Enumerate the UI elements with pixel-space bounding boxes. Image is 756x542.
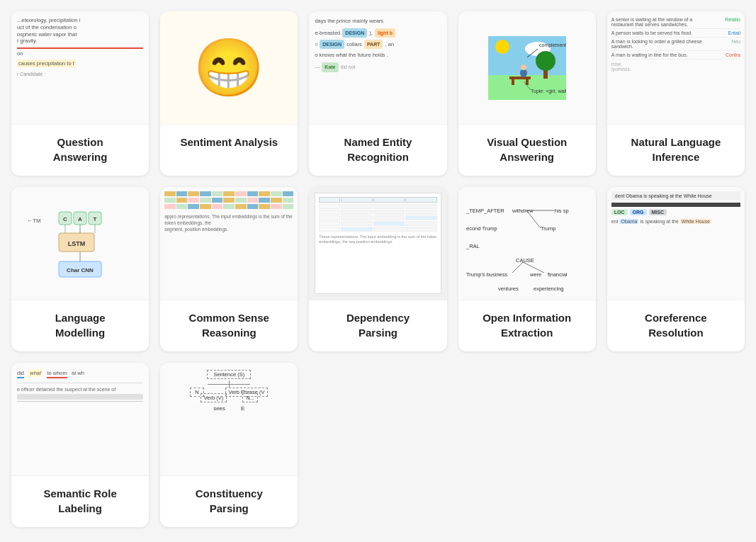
svg-text:Tuple: <girl, walking, bike>: Tuple: <girl, walking, bike> [531,89,566,94]
card-label-csr: Common SenseReasoning [160,300,298,351]
card-cp[interactable]: Sentence (S) N Verb Phrase (V [160,363,298,527]
svg-text:were: were [529,271,541,278]
vqa-scene-svg: complementary scenes Tuple: <girl, walki… [488,36,566,100]
card-lm[interactable]: ←TM LSTM C A T Char CNN [11,187,149,351]
card-image-nli: A senior is waiting at the window of a r… [607,11,745,125]
card-label-cp: ConstituencyParsing [160,476,298,527]
svg-text:Char CNN: Char CNN [67,267,94,273]
svg-text:experiencing: experiencing [534,286,564,292]
svg-line-44 [512,262,523,273]
card-label-oie: Open InformationExtraction [458,300,596,351]
svg-text:Trump's business: Trump's business [466,271,508,278]
lm-diagram-svg: ←TM LSTM C A T Char CNN [23,198,137,290]
card-image-qa: ...eteorology, precipitation iuct of the… [11,11,149,125]
card-label-qa: QuestionAnswering [11,125,149,176]
card-csr[interactable]: appro representations. The input embeddi… [160,187,298,351]
svg-point-5 [536,51,555,71]
svg-text:←TM: ←TM [27,218,41,224]
svg-text:_TEMP_AFTER: _TEMP_AFTER [466,208,504,214]
card-label-nli: Natural LanguageInference [607,125,745,176]
card-image-ner: days the prince mainly wears e-breasted … [309,11,446,125]
card-srl[interactable]: did what to whom at wh e officer detaine… [11,363,149,527]
svg-text:complementary scenes: complementary scenes [539,43,566,48]
svg-text:withdrew: withdrew [512,208,534,214]
card-image-dep: These representations. The input embeddi… [309,187,446,300]
svg-line-43 [526,210,541,228]
card-image-csr: appro representations. The input embeddi… [160,187,298,300]
cards-grid: ...eteorology, precipitation iuct of the… [11,11,745,527]
sentiment-emoji: 😁 [193,40,264,96]
card-label-srl: Semantic RoleLabeling [11,476,149,527]
svg-text:CAUSE: CAUSE [516,257,534,264]
svg-text:C: C [63,216,67,222]
card-image-oie: _TEMP_AFTER withdrew his sp econd Trump … [458,187,596,300]
card-label-lm: LanguageModelling [11,300,149,351]
svg-rect-8 [526,79,529,85]
svg-text:LSTM: LSTM [68,240,86,247]
svg-point-2 [495,40,509,54]
card-sentiment-analysis[interactable]: 😁 Sentiment Analysis [160,11,298,176]
svg-rect-7 [512,79,514,85]
card-image-cp: Sentence (S) N Verb Phrase (V [160,363,298,476]
card-ner[interactable]: days the prince mainly wears e-breasted … [309,11,446,176]
oie-graph-svg: _TEMP_AFTER withdrew his sp econd Trump … [463,191,583,294]
svg-text:A: A [78,216,82,222]
card-label-vqa: Visual QuestionAnswering [458,125,596,176]
svg-text:econd Trump: econd Trump [466,225,497,232]
card-nli[interactable]: A senior is waiting at the window of a r… [607,11,745,176]
svg-text:financial: financial [548,271,568,278]
card-label-coref: CoreferenceResolution [607,300,745,351]
svg-text:_RAL: _RAL [466,243,480,249]
card-label-sentiment: Sentiment Analysis [160,125,298,161]
svg-text:ventures: ventures [498,286,519,292]
card-oie[interactable]: _TEMP_AFTER withdrew his sp econd Trump … [458,187,596,351]
svg-text:Trump: Trump [541,225,555,232]
card-dep[interactable]: These representations. The input embeddi… [309,187,446,351]
card-image-srl: did what to whom at wh e officer detaine… [11,363,149,476]
svg-point-10 [521,64,526,70]
card-image-coref: dent Obama is speaking at the White Hous… [607,187,745,300]
card-label-dep: DependencyParsing [309,300,446,351]
card-image-vqa: complementary scenes Tuple: <girl, walki… [458,11,596,125]
card-question-answering[interactable]: ...eteorology, precipitation iuct of the… [11,11,149,176]
card-label-ner: Named EntityRecognition [309,125,446,176]
svg-text:T: T [94,216,97,222]
svg-text:his sp: his sp [555,208,569,214]
card-image-lm: ←TM LSTM C A T Char CNN [11,187,149,300]
card-vqa[interactable]: complementary scenes Tuple: <girl, walki… [458,11,596,176]
card-image-sentiment: 😁 [160,11,298,125]
card-coref[interactable]: dent Obama is speaking at the White Hous… [607,187,745,351]
svg-rect-6 [509,77,531,79]
